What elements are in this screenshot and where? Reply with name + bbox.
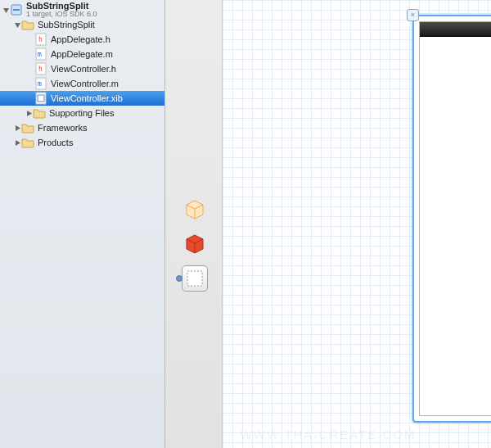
- group-label: Supporting Files: [49, 108, 161, 118]
- status-bar: [420, 22, 491, 37]
- svg-rect-2: [13, 9, 20, 11]
- svg-text:h: h: [38, 36, 43, 43]
- file-row[interactable]: h ViewController.h: [0, 61, 164, 76]
- header-file-icon: h: [34, 33, 47, 46]
- svg-text:m: m: [38, 80, 42, 88]
- folder-icon: [33, 106, 46, 120]
- group-row-products[interactable]: Products: [0, 135, 164, 150]
- files-owner-cube-icon[interactable]: [182, 231, 208, 257]
- xib-file-icon: [34, 92, 47, 105]
- header-file-icon: h: [34, 62, 47, 75]
- device-screen[interactable]: [419, 21, 491, 416]
- svg-text:m: m: [38, 51, 42, 58]
- impl-file-icon: m: [34, 48, 47, 61]
- dock-gutter: [165, 0, 223, 448]
- close-handle-icon[interactable]: ×: [407, 9, 419, 21]
- view-object-icon[interactable]: [182, 265, 208, 292]
- ib-canvas[interactable]: ×: [223, 0, 491, 448]
- svg-text:h: h: [38, 66, 43, 73]
- document-dock: [182, 197, 208, 292]
- file-label: AppDelegate.m: [51, 49, 161, 59]
- group-label: Frameworks: [38, 123, 161, 133]
- project-subtitle: 1 target, iOS SDK 6.0: [26, 11, 97, 18]
- disclosure-triangle-icon[interactable]: [13, 138, 21, 147]
- file-row[interactable]: m ViewController.m: [0, 76, 164, 91]
- svg-marker-3: [15, 23, 20, 28]
- group-row-supporting[interactable]: Supporting Files: [0, 106, 164, 120]
- disclosure-triangle-icon[interactable]: [2, 6, 10, 14]
- svg-marker-0: [3, 8, 9, 13]
- file-label: ViewController.xib: [51, 93, 161, 103]
- impl-file-icon: m: [34, 77, 47, 90]
- disclosure-triangle-icon[interactable]: [13, 20, 21, 29]
- file-label: ViewController.h: [51, 64, 161, 74]
- folder-icon: [21, 18, 34, 31]
- disclosure-triangle-icon[interactable]: [13, 124, 21, 132]
- file-row-selected[interactable]: ViewController.xib: [0, 91, 164, 106]
- svg-marker-16: [16, 140, 20, 146]
- svg-rect-21: [187, 271, 202, 286]
- file-row[interactable]: h AppDelegate.h: [0, 32, 164, 47]
- folder-icon: [21, 136, 34, 149]
- project-navigator: SubStringSplit 1 target, iOS SDK 6.0 Sub…: [0, 0, 165, 448]
- close-glyph: ×: [411, 11, 415, 19]
- device-frame[interactable]: ×: [412, 15, 491, 423]
- interface-builder-editor: × WWW.THAICREATE.COM: [165, 0, 491, 448]
- xcode-project-icon: [10, 3, 23, 16]
- svg-marker-15: [16, 125, 20, 131]
- project-root-row[interactable]: SubStringSplit 1 target, iOS SDK 6.0: [0, 2, 164, 17]
- group-label: SubStringSplit: [38, 20, 161, 29]
- folder-icon: [21, 121, 34, 134]
- file-tree: SubStringSplit 1 target, iOS SDK 6.0 Sub…: [0, 0, 164, 150]
- placeholder-cube-icon[interactable]: [182, 197, 208, 223]
- file-label: AppDelegate.h: [51, 34, 161, 44]
- disclosure-triangle-icon[interactable]: [25, 109, 33, 117]
- group-row-root[interactable]: SubStringSplit: [0, 17, 164, 32]
- group-row-frameworks[interactable]: Frameworks: [0, 120, 164, 135]
- file-row[interactable]: m AppDelegate.m: [0, 47, 164, 61]
- file-label: ViewController.m: [51, 79, 161, 88]
- group-label: Products: [38, 138, 161, 147]
- svg-marker-14: [27, 111, 32, 116]
